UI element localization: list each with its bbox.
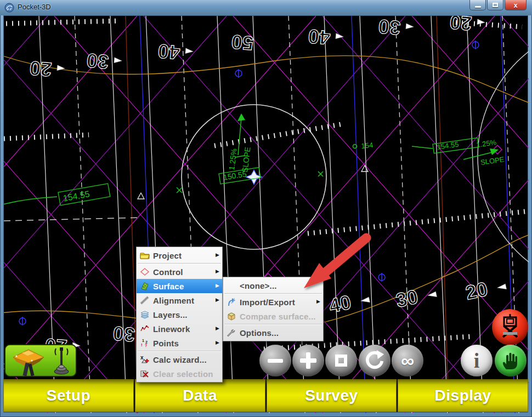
tab-data[interactable]: Data xyxy=(135,379,265,412)
station-label: 40 xyxy=(307,25,344,50)
linework-icon xyxy=(137,324,153,334)
svg-text:40: 40 xyxy=(157,40,180,64)
menu-item-options[interactable]: Options... xyxy=(223,325,323,340)
titlebar: Pocket-3D x xyxy=(0,0,532,15)
close-button[interactable]: x xyxy=(505,0,527,10)
menu-item-alignment[interactable]: Alignment▶ xyxy=(137,293,222,307)
window-title: Pocket-3D xyxy=(18,3,51,11)
menu-item-project[interactable]: Project▶ xyxy=(137,248,222,262)
station-label: 40 xyxy=(327,287,371,317)
svg-text:SLOPE: SLOPE xyxy=(480,155,505,167)
menu-item-label: Options... xyxy=(240,328,279,338)
menu-item-points[interactable]: 12!?Points▶ xyxy=(137,336,222,350)
info-button[interactable]: i xyxy=(461,345,493,376)
infinity-icon: ∞ xyxy=(401,351,414,370)
menu-item-linework[interactable]: Linework▶ xyxy=(137,322,222,336)
svg-text:154.55: 154.55 xyxy=(437,140,459,151)
minimize-icon xyxy=(475,6,481,8)
submenu-arrow-icon: ▶ xyxy=(216,253,219,258)
station-label: 30 xyxy=(377,16,414,41)
menu-item-calc-wizard[interactable]: xCalc wizard... xyxy=(137,352,222,367)
menu-item-label: Project xyxy=(153,251,182,260)
compare-surface-icon xyxy=(223,311,240,321)
instrument-crossed-icon xyxy=(497,313,523,341)
station-label: 40 xyxy=(157,40,194,65)
instrument-disconnected-button[interactable] xyxy=(492,309,528,345)
surface-icon xyxy=(137,281,153,291)
station-arrow-icon xyxy=(427,292,437,299)
submenu-arrow-icon: ▶ xyxy=(216,269,219,274)
square-icon xyxy=(335,355,347,367)
zoom-in-button[interactable] xyxy=(292,345,324,376)
station-arrow-icon xyxy=(57,65,65,71)
svg-text:20: 20 xyxy=(463,277,490,304)
submenu-arrow-icon: ▶ xyxy=(216,298,219,302)
station-label: 20 xyxy=(29,57,65,82)
maximize-button[interactable] xyxy=(487,0,503,10)
zoom-extents-button[interactable]: ∞ xyxy=(392,345,423,376)
minimize-button[interactable] xyxy=(469,0,486,10)
menu-separator xyxy=(224,324,322,325)
menu-item-label: Control xyxy=(153,267,183,277)
svg-text:30: 30 xyxy=(112,322,135,346)
submenu-arrow-icon: ▶ xyxy=(216,283,219,288)
menu-item-label: Linework xyxy=(153,324,190,334)
menu-item-label: Compare surface... xyxy=(240,312,316,321)
tab-setup[interactable]: Setup xyxy=(3,379,134,412)
minus-icon xyxy=(268,359,283,363)
menu-item-label: Import/Export xyxy=(240,298,295,307)
layers-icon xyxy=(137,310,153,319)
zoom-window-button[interactable] xyxy=(325,345,357,376)
svg-text:50: 50 xyxy=(230,31,254,55)
import-export-icon xyxy=(223,297,240,307)
svg-text:30: 30 xyxy=(377,16,401,39)
svg-text:1.25%: 1.25% xyxy=(227,148,239,170)
station-arrow-icon xyxy=(114,58,122,64)
menu-separator xyxy=(224,293,322,294)
station-label: 50 xyxy=(230,31,254,55)
station-label: 30 xyxy=(394,281,438,311)
menu-item-label: Surface xyxy=(153,282,184,291)
clear-selection-icon xyxy=(137,369,153,379)
rotate-view-button[interactable] xyxy=(359,345,390,376)
grade-annotation: 154.55 xyxy=(58,184,110,205)
menu-item-label: <none>... xyxy=(240,281,277,290)
connection-status-panel[interactable] xyxy=(4,344,77,377)
menu-separator xyxy=(138,351,221,352)
menu-item-none[interactable]: <none>... xyxy=(223,278,323,293)
menu-item-control[interactable]: Control▶ xyxy=(137,265,222,279)
window-controls: x xyxy=(469,0,527,10)
menu-item-layers[interactable]: Layers... xyxy=(137,307,222,322)
svg-text:!: ! xyxy=(141,342,143,347)
options-wrench-icon xyxy=(223,328,240,338)
station-arrow-icon xyxy=(497,284,507,291)
tab-survey[interactable]: Survey xyxy=(267,379,397,412)
svg-text:x: x xyxy=(140,355,144,361)
pan-button[interactable] xyxy=(495,345,527,376)
zoom-out-button[interactable] xyxy=(259,345,291,376)
menu-item-label: Calc wizard... xyxy=(153,355,207,364)
maximize-icon xyxy=(493,3,498,7)
menu-item-label: Clear selection xyxy=(153,369,213,379)
menu-item-surface[interactable]: Surface▶ xyxy=(137,279,222,293)
menu-item-label: Points xyxy=(153,339,179,348)
grade-annotation: 154 xyxy=(361,141,373,150)
surface-submenu: <none>...Import/Export▶Compare surface..… xyxy=(223,277,324,341)
menu-item-label: Layers... xyxy=(153,310,188,319)
submenu-arrow-icon: ▶ xyxy=(216,326,219,331)
calc-wizard-icon: x xyxy=(137,355,153,364)
tab-display[interactable]: Display xyxy=(398,379,528,412)
alignment-icon xyxy=(137,295,153,305)
station-label: 20 xyxy=(463,273,508,304)
rotate-icon xyxy=(364,350,385,371)
svg-text:20: 20 xyxy=(29,57,52,81)
project-folder-icon xyxy=(137,250,153,260)
station-label: 30 xyxy=(86,49,122,75)
menu-item-import-export[interactable]: Import/Export▶ xyxy=(223,295,323,309)
svg-text:?: ? xyxy=(145,344,147,347)
svg-text:40: 40 xyxy=(307,25,331,49)
submenu-arrow-icon: ▶ xyxy=(216,340,219,345)
info-icon: i xyxy=(474,350,480,371)
svg-text:30: 30 xyxy=(394,285,420,311)
menu-separator xyxy=(138,263,221,264)
